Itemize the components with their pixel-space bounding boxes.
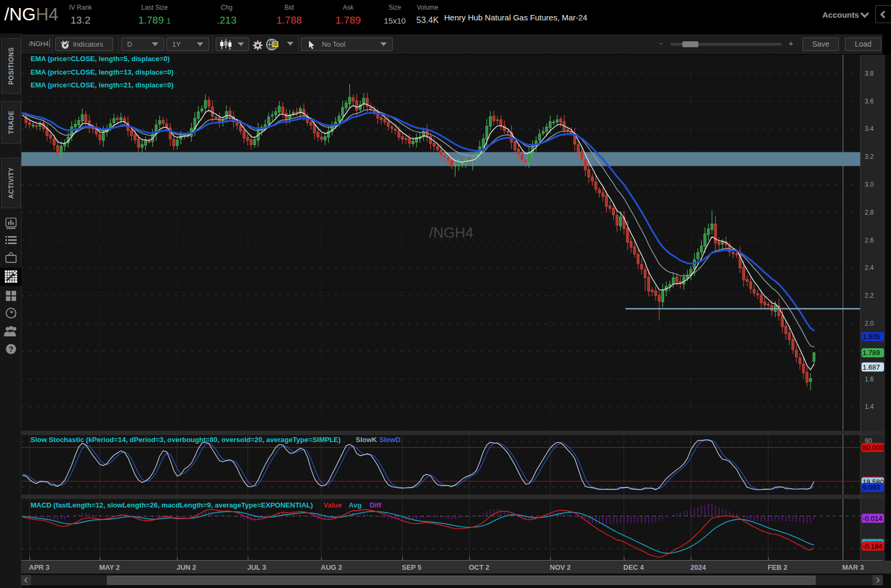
svg-text:1.6: 1.6	[865, 376, 874, 383]
svg-text:2.6: 2.6	[865, 237, 874, 244]
svg-text:JUN 2: JUN 2	[176, 563, 196, 571]
svg-text:MAY 2: MAY 2	[99, 563, 120, 571]
svg-text:2.4: 2.4	[865, 264, 874, 271]
svg-text:EMA (price=CLOSE, length=21, d: EMA (price=CLOSE, length=21, displace=0)	[31, 81, 173, 89]
svg-text:1.905: 1.905	[863, 333, 880, 341]
svg-text:/NGH4: /NGH4	[429, 225, 474, 241]
svg-text:SEP 5: SEP 5	[402, 563, 422, 571]
svg-text:3.2: 3.2	[865, 153, 874, 160]
svg-text:3.8: 3.8	[865, 70, 874, 77]
svg-text:3.4: 3.4	[865, 125, 874, 133]
svg-text:1.789: 1.789	[863, 349, 880, 357]
svg-text:2024: 2024	[690, 563, 706, 571]
svg-text:EMA (price=CLOSE, length=5, di: EMA (price=CLOSE, length=5, displace=0)	[31, 55, 170, 63]
svg-text:FEB 2: FEB 2	[768, 563, 787, 571]
svg-text:2.0: 2.0	[865, 320, 874, 327]
svg-text:-0.184: -0.184	[863, 542, 882, 550]
svg-text:9.093: 9.093	[863, 483, 880, 491]
svg-text:2.8: 2.8	[865, 209, 874, 216]
svg-text:3.6: 3.6	[865, 98, 874, 105]
svg-text:Slow Stochastic (kPeriod=14, d: Slow Stochastic (kPeriod=14, dPeriod=3, …	[31, 436, 341, 444]
svg-text:DEC 4: DEC 4	[623, 563, 644, 571]
svg-text:OCT 2: OCT 2	[469, 563, 489, 571]
svg-text:Value: Value	[323, 501, 342, 509]
svg-text:SlowK: SlowK	[356, 436, 377, 444]
svg-text:MAR 3: MAR 3	[842, 563, 864, 571]
svg-text:AUG 2: AUG 2	[321, 563, 342, 571]
svg-text:3.0: 3.0	[865, 181, 874, 188]
svg-text:2.2: 2.2	[865, 292, 874, 299]
svg-text:1.687: 1.687	[863, 363, 880, 371]
svg-text:-0.014: -0.014	[863, 514, 882, 523]
svg-text:EMA (price=CLOSE, length=13, d: EMA (price=CLOSE, length=13, displace=0)	[31, 68, 173, 76]
svg-text:NOV 2: NOV 2	[550, 563, 571, 571]
svg-text:80.000: 80.000	[863, 444, 884, 452]
svg-text:Avg: Avg	[349, 501, 362, 509]
svg-text:MACD (fastLength=12, slowLengt: MACD (fastLength=12, slowLength=26, macd…	[31, 501, 313, 509]
svg-text:SlowD: SlowD	[379, 436, 401, 444]
svg-text:1.4: 1.4	[865, 403, 874, 410]
svg-text:Diff: Diff	[370, 501, 381, 509]
svg-text:JUL 3: JUL 3	[247, 563, 266, 571]
svg-text:APR 3: APR 3	[29, 563, 49, 571]
svg-text:?: ?	[9, 345, 13, 354]
